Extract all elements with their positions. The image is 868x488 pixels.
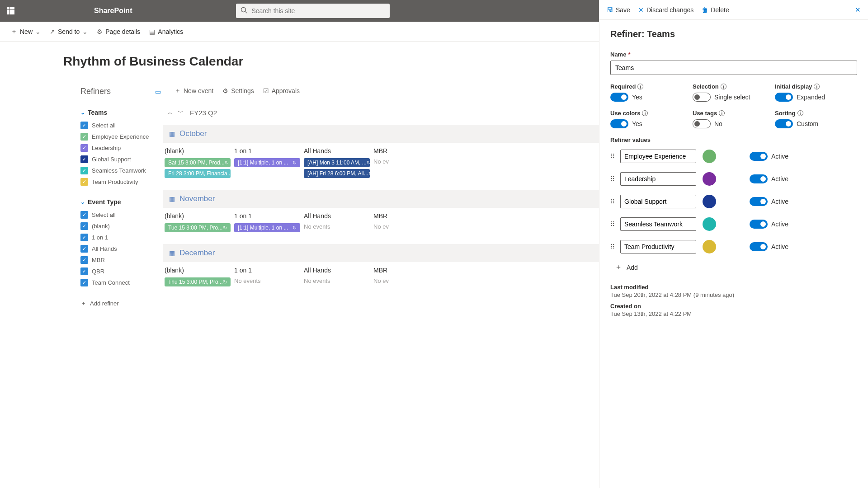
- refiner-checkbox-row[interactable]: ✓1 on 1: [80, 234, 161, 241]
- discard-button[interactable]: ✕Discard changes: [638, 6, 693, 14]
- cell-title: All Hands: [304, 212, 370, 220]
- refiner-checkbox-row[interactable]: ✓Global Support: [80, 155, 161, 163]
- active-toggle[interactable]: [750, 197, 768, 206]
- refiner-checkbox-row[interactable]: ✓Select all: [80, 211, 161, 219]
- toggle-value: No: [714, 120, 722, 127]
- event-pill[interactable]: Tue 15 3:00 PM, Pro...↻: [165, 223, 231, 232]
- checkbox-icon: ✓: [80, 155, 88, 163]
- next-period-button[interactable]: ﹀: [178, 108, 184, 117]
- info-icon[interactable]: i: [642, 110, 648, 116]
- active-toggle[interactable]: [750, 152, 768, 161]
- refiner-checkbox-row[interactable]: ✓Employee Experience: [80, 133, 161, 141]
- toggle-switch[interactable]: [775, 93, 793, 102]
- active-toggle[interactable]: [750, 220, 768, 229]
- refiner-item-label: Seamless Teamwork: [92, 167, 146, 174]
- recurring-icon: ↻: [223, 225, 227, 231]
- refiner-checkbox-row[interactable]: ✓Select all: [80, 122, 161, 129]
- refiner-group-head[interactable]: ⌄Teams: [80, 109, 161, 116]
- info-icon[interactable]: i: [797, 110, 803, 116]
- event-pill[interactable]: Thu 15 3:00 PM, Pro...↻: [165, 277, 231, 286]
- toggle-switch[interactable]: [693, 93, 711, 102]
- event-pill[interactable]: [1:1] Multiple, 1 on ...↻: [234, 223, 300, 232]
- month-cell: MBRNo ev: [372, 147, 441, 180]
- panel-title: Refiner: Teams: [610, 29, 857, 39]
- month-cell: All HandsNo events: [302, 212, 372, 234]
- toggle-switch[interactable]: [610, 93, 628, 102]
- cell-title: All Hands: [304, 147, 370, 155]
- search-input[interactable]: [251, 7, 385, 14]
- last-modified-label: Last modified: [610, 284, 857, 291]
- value-name-input[interactable]: [620, 150, 696, 163]
- refiner-group-head[interactable]: ⌄Event Type: [80, 198, 161, 206]
- color-swatch[interactable]: [703, 195, 716, 208]
- toggle-switch[interactable]: [610, 119, 628, 128]
- color-swatch[interactable]: [703, 150, 716, 163]
- drag-handle-icon[interactable]: ⠿: [610, 198, 614, 205]
- color-swatch[interactable]: [703, 172, 716, 186]
- refiner-checkbox-row[interactable]: ✓Seamless Teamwork: [80, 167, 161, 174]
- toggle-switch[interactable]: [693, 119, 711, 128]
- active-toggle[interactable]: [750, 242, 768, 251]
- analytics-button[interactable]: ▤Analytics: [149, 28, 183, 35]
- calendar-icon: ▦: [169, 130, 175, 137]
- refiners-heading: Refiners: [80, 87, 111, 96]
- drag-handle-icon[interactable]: ⠿: [610, 175, 614, 183]
- info-icon[interactable]: i: [637, 84, 643, 89]
- search-box[interactable]: [236, 4, 390, 18]
- color-swatch[interactable]: [703, 217, 716, 231]
- calendar-icon: ▦: [169, 249, 175, 257]
- value-name-input[interactable]: [620, 172, 696, 186]
- toggle-switch[interactable]: [775, 119, 793, 128]
- delete-button[interactable]: 🗑Delete: [702, 6, 729, 14]
- event-pill[interactable]: [AH] Fri 28 6:00 PM, All...↻: [304, 169, 370, 178]
- refiner-values-label: Refiner values: [610, 136, 857, 143]
- refiner-checkbox-row[interactable]: ✓Team Productivity: [80, 178, 161, 186]
- panel-close-button[interactable]: ✕: [855, 6, 861, 14]
- month-name[interactable]: December: [179, 249, 215, 258]
- settings-button[interactable]: ⚙Settings: [222, 87, 254, 94]
- color-swatch[interactable]: [703, 240, 716, 253]
- info-icon[interactable]: i: [814, 84, 820, 89]
- chevron-down-icon: ⌄: [35, 28, 41, 35]
- month-name[interactable]: October: [179, 129, 207, 138]
- add-value-button[interactable]: ＋ Add: [615, 263, 857, 272]
- drag-handle-icon[interactable]: ⠿: [610, 243, 614, 250]
- page-details-button[interactable]: ⚙Page details: [97, 28, 140, 35]
- refiner-checkbox-row[interactable]: ✓Leadership: [80, 144, 161, 152]
- event-pill[interactable]: Fri 28 3:00 PM, Financia...↻: [165, 169, 231, 178]
- event-pill[interactable]: [1:1] Multiple, 1 on ...↻: [234, 158, 300, 167]
- send-icon: ↗: [50, 28, 55, 35]
- drag-handle-icon[interactable]: ⠿: [610, 221, 614, 228]
- event-pill[interactable]: [AH] Mon 3 11:00 AM, ...↻: [304, 158, 370, 167]
- info-icon[interactable]: i: [719, 110, 725, 116]
- value-name-input[interactable]: [620, 240, 696, 253]
- approvals-button[interactable]: ☑Approvals: [263, 87, 300, 94]
- refiner-checkbox-row[interactable]: ✓QBR: [80, 267, 161, 275]
- checkbox-icon: ✓: [80, 133, 88, 141]
- refiner-checkbox-row[interactable]: ✓MBR: [80, 256, 161, 264]
- month-name[interactable]: November: [179, 194, 215, 203]
- save-button[interactable]: 🖫Save: [607, 6, 630, 14]
- refiner-checkbox-row[interactable]: ✓(blank): [80, 222, 161, 230]
- info-icon[interactable]: i: [721, 84, 726, 89]
- refiner-value-row: ⠿Active: [610, 150, 857, 163]
- edit-refiners-icon[interactable]: ▭: [155, 88, 161, 95]
- value-name-input[interactable]: [620, 195, 696, 208]
- event-pill[interactable]: Sat 15 3:00 PM, Prod...↻: [165, 158, 231, 167]
- new-button[interactable]: ＋New⌄: [11, 28, 41, 36]
- send-button[interactable]: ↗Send to⌄: [50, 28, 88, 35]
- no-events-label: No events: [304, 223, 370, 230]
- add-refiner-button[interactable]: ＋ Add refiner: [80, 299, 161, 307]
- drag-handle-icon[interactable]: ⠿: [610, 153, 614, 160]
- name-input[interactable]: [610, 61, 857, 75]
- refiner-value-row: ⠿Active: [610, 240, 857, 253]
- refiner-checkbox-row[interactable]: ✓Team Connect: [80, 279, 161, 286]
- value-name-input[interactable]: [620, 217, 696, 231]
- prev-period-button[interactable]: ︿: [167, 108, 173, 117]
- active-toggle[interactable]: [750, 174, 768, 183]
- toggle-value: Custom: [797, 120, 818, 127]
- app-launcher-icon[interactable]: [0, 0, 22, 22]
- trash-icon: 🗑: [702, 6, 708, 14]
- refiner-checkbox-row[interactable]: ✓All Hands: [80, 245, 161, 253]
- new-event-button[interactable]: ＋New event: [175, 87, 213, 95]
